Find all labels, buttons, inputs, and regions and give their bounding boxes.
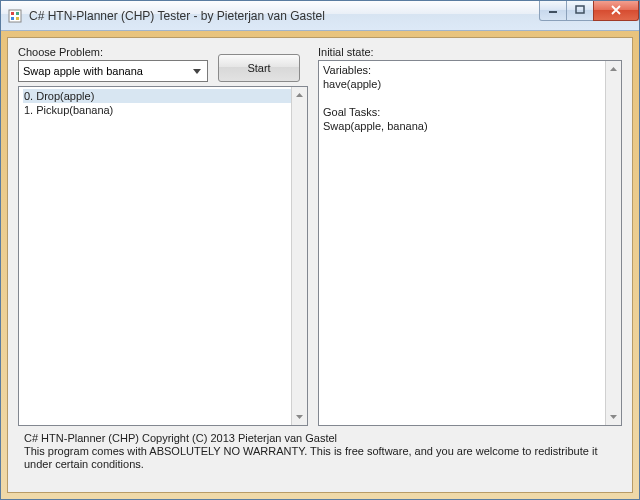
list-item[interactable]: 0. Drop(apple): [23, 89, 303, 103]
maximize-button[interactable]: [566, 1, 594, 21]
problem-combobox-value: Swap apple with banana: [23, 65, 189, 77]
window-title: C# HTN-Planner (CHP) Tester - by Pieterj…: [29, 9, 540, 23]
close-button[interactable]: [593, 1, 639, 21]
client-area: Choose Problem: Swap apple with banana S…: [7, 37, 633, 493]
scrollbar[interactable]: [605, 61, 621, 425]
titlebar: C# HTN-Planner (CHP) Tester - by Pieterj…: [1, 1, 639, 31]
choose-problem-label: Choose Problem:: [18, 46, 208, 58]
start-button[interactable]: Start: [218, 54, 300, 82]
svg-rect-1: [11, 12, 14, 15]
window-controls: [540, 1, 639, 21]
choose-row: Choose Problem: Swap apple with banana S…: [18, 46, 308, 82]
footer-copyright: C# HTN-Planner (CHP) Copyright (C) 2013 …: [24, 432, 616, 445]
scroll-down-icon[interactable]: [606, 409, 621, 425]
footer-warranty: This program comes with ABSOLUTELY NO WA…: [24, 445, 616, 471]
right-column: Initial state: Variables: have(apple) Go…: [318, 46, 622, 426]
initial-state-textbox[interactable]: Variables: have(apple) Goal Tasks: Swap(…: [318, 60, 622, 426]
plan-listbox[interactable]: 0. Drop(apple) 1. Pickup(banana): [18, 86, 308, 426]
scrollbar[interactable]: [291, 87, 307, 425]
svg-rect-6: [576, 6, 584, 13]
scroll-down-icon[interactable]: [292, 409, 307, 425]
left-column: Choose Problem: Swap apple with banana S…: [18, 46, 308, 426]
footer: C# HTN-Planner (CHP) Copyright (C) 2013 …: [18, 432, 622, 473]
chevron-down-icon: [189, 62, 205, 80]
svg-rect-2: [16, 12, 19, 15]
svg-rect-5: [549, 11, 557, 13]
minimize-button[interactable]: [539, 1, 567, 21]
initial-state-text: Variables: have(apple) Goal Tasks: Swap(…: [323, 63, 617, 133]
app-window: C# HTN-Planner (CHP) Tester - by Pieterj…: [0, 0, 640, 500]
problem-combobox[interactable]: Swap apple with banana: [18, 60, 208, 82]
list-item[interactable]: 1. Pickup(banana): [23, 103, 303, 117]
start-button-label: Start: [247, 62, 270, 74]
initial-state-label: Initial state:: [318, 46, 622, 58]
svg-rect-0: [9, 10, 21, 22]
app-icon: [7, 8, 23, 24]
svg-rect-4: [16, 17, 19, 20]
main-columns: Choose Problem: Swap apple with banana S…: [18, 46, 622, 426]
scroll-up-icon[interactable]: [606, 61, 621, 77]
svg-rect-3: [11, 17, 14, 20]
scroll-up-icon[interactable]: [292, 87, 307, 103]
